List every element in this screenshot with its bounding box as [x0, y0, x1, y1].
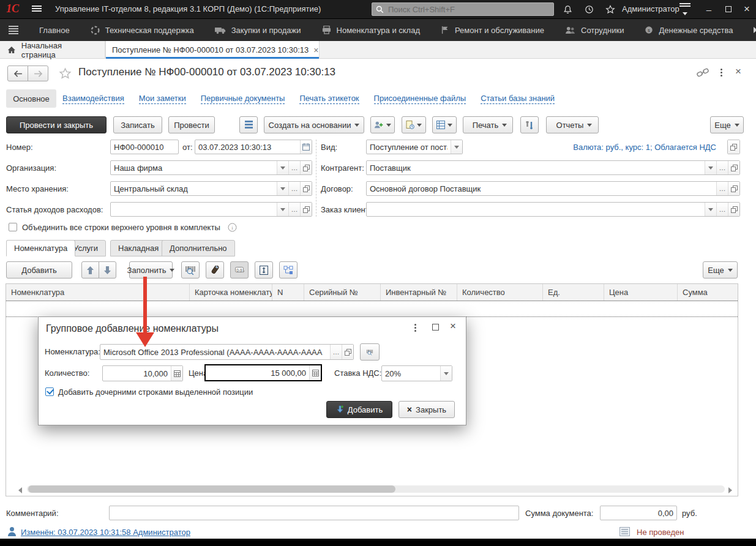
dialog-nomenclature-input[interactable]	[100, 345, 330, 359]
combine-rows-checkbox[interactable]	[9, 223, 17, 231]
close-window-button[interactable]: ×	[739, 0, 754, 18]
tab-invoice[interactable]: Накладная	[110, 240, 167, 256]
dialog-maximize-icon[interactable]	[432, 324, 439, 331]
nav-link-attached-files[interactable]: Присоединенные файлы	[374, 94, 466, 104]
global-search[interactable]	[372, 2, 554, 16]
open-icon[interactable]	[728, 161, 739, 174]
dialog-more-icon[interactable]	[414, 324, 416, 332]
open-icon[interactable]	[728, 203, 739, 216]
dialog-add-button[interactable]: Добавить	[326, 401, 392, 418]
notifications-button[interactable]	[560, 0, 575, 18]
storage-input[interactable]	[111, 182, 277, 195]
contragent-field[interactable]: …	[366, 160, 740, 175]
move-down-button[interactable]	[99, 261, 116, 279]
hierarchy-button[interactable]	[279, 261, 298, 279]
fill-button[interactable]: Заполнить	[129, 261, 173, 279]
expand-rows-button[interactable]	[255, 261, 273, 279]
move-up-button[interactable]	[81, 261, 99, 279]
storage-field[interactable]: …	[110, 181, 312, 196]
open-icon[interactable]	[728, 182, 739, 195]
column-header[interactable]: Инвентарный №	[381, 284, 457, 301]
contract-input[interactable]	[367, 182, 716, 195]
contract-field[interactable]: …	[366, 181, 740, 196]
barcode-search-button[interactable]	[181, 261, 200, 279]
change-params-button[interactable]	[520, 116, 539, 133]
reports-button[interactable]: Отчеты	[546, 116, 599, 133]
dialog-close-icon[interactable]: ×	[450, 320, 456, 332]
post-button[interactable]: Провести	[168, 116, 215, 133]
nav-forward-button[interactable]	[28, 65, 48, 81]
doc-total-input[interactable]	[601, 506, 676, 520]
number-field[interactable]	[110, 140, 179, 154]
combo-arrow-icon[interactable]	[705, 203, 716, 216]
dialog-price-field[interactable]	[204, 364, 322, 381]
comment-field[interactable]	[109, 506, 519, 520]
doc-history-button[interactable]	[402, 116, 426, 133]
doc-total-field[interactable]	[600, 506, 677, 520]
menu-item-main[interactable]: Главное	[39, 26, 70, 35]
add-row-button[interactable]: Добавить	[6, 261, 72, 279]
dialog-price-input[interactable]	[206, 365, 309, 380]
form-more-button[interactable]: Еще	[710, 116, 744, 133]
nav-link-primary-docs[interactable]: Первичные документы	[201, 94, 285, 104]
client-order-input[interactable]	[367, 203, 705, 216]
save-button[interactable]: Записать	[113, 116, 162, 133]
calendar-icon[interactable]	[300, 140, 312, 154]
document-register-button[interactable]	[239, 116, 258, 133]
combo-arrow-icon[interactable]	[440, 366, 452, 381]
open-icon[interactable]	[300, 203, 312, 216]
nav-link-notes[interactable]: Мои заметки	[139, 94, 186, 104]
nav-back-button[interactable]	[7, 65, 28, 81]
column-header[interactable]: Номенклатура	[6, 284, 190, 301]
date-input[interactable]	[195, 140, 300, 154]
choose-button[interactable]: …	[288, 161, 300, 174]
scroll-left-arrow-icon[interactable]	[18, 487, 22, 493]
search-input[interactable]	[387, 4, 550, 15]
service-menu-button[interactable]	[677, 0, 693, 18]
client-order-field[interactable]: …	[366, 202, 740, 217]
info-icon[interactable]: i	[228, 223, 237, 232]
tab-document[interactable]: Поступление № НФ00-000010 от 03.07.2023 …	[105, 41, 320, 59]
income-item-input[interactable]	[111, 203, 277, 216]
open-icon[interactable]	[300, 182, 312, 195]
post-and-close-button[interactable]: Провести и закрыть	[6, 116, 107, 133]
sections-panel-icon[interactable]	[9, 24, 18, 36]
history-button[interactable]	[582, 0, 596, 18]
column-header[interactable]: Количество	[457, 284, 543, 301]
choose-button[interactable]: …	[716, 203, 728, 216]
column-header[interactable]: Цена	[604, 284, 678, 301]
nav-tab-main[interactable]: Основное	[6, 89, 56, 108]
scroll-right-arrow-icon[interactable]	[728, 487, 732, 493]
dialog-qty-field[interactable]	[102, 365, 183, 381]
calculator-icon[interactable]	[171, 366, 182, 381]
scrollbar-thumb[interactable]	[28, 485, 395, 493]
tab-additional[interactable]: Дополнительно	[162, 240, 235, 256]
menu-item-support[interactable]: Техническая поддержка	[91, 26, 194, 35]
contact-actions-button[interactable]	[370, 116, 395, 133]
scanner-button[interactable]	[206, 261, 224, 279]
maximize-button[interactable]	[721, 0, 736, 18]
kind-input[interactable]	[367, 140, 451, 154]
numbering-button[interactable]: 0-9	[230, 261, 249, 279]
choose-button[interactable]: …	[716, 182, 728, 195]
menu-item-repair[interactable]: Ремонт и обслуживание	[441, 26, 544, 35]
menu-item-employees[interactable]: Сотрудники	[565, 26, 624, 35]
menu-item-purchases[interactable]: Закупки и продажи	[215, 26, 301, 35]
form-close-icon[interactable]: ×	[735, 65, 741, 78]
doc-structure-button[interactable]	[432, 116, 457, 133]
currency-open-button[interactable]	[727, 140, 740, 154]
create-based-on-button[interactable]: Создать на основании	[264, 116, 364, 133]
currency-link[interactable]: Валюта: руб., курс: 1; Облагается НДС	[568, 143, 716, 152]
favorite-star-icon[interactable]	[59, 67, 72, 80]
combo-arrow-icon[interactable]	[277, 203, 288, 216]
dialog-vat-input[interactable]	[382, 366, 440, 381]
minimize-button[interactable]: –	[702, 0, 716, 18]
column-header[interactable]: Сумма	[678, 284, 738, 301]
combo-arrow-icon[interactable]	[705, 161, 716, 174]
favorites-button[interactable]	[603, 0, 618, 18]
number-input[interactable]	[111, 140, 178, 154]
combo-arrow-icon[interactable]	[277, 182, 288, 195]
dialog-qty-input[interactable]	[103, 366, 171, 381]
choose-button[interactable]: …	[288, 182, 300, 195]
combo-arrow-icon[interactable]	[451, 140, 462, 154]
